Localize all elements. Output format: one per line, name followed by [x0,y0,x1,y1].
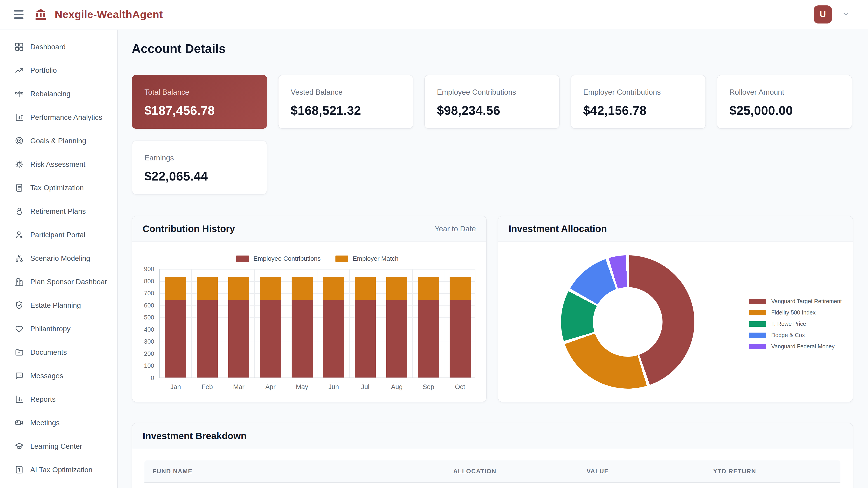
avatar[interactable]: U [814,5,832,24]
x-axis-label: Feb [191,383,223,391]
legend-swatch [236,256,249,262]
investment-allocation-panel: Investment Allocation Vanguard Target Re… [498,216,853,402]
charts-row: Contribution History Year to Date Employ… [132,216,853,402]
sidebar-item-meetings[interactable]: Meetings [0,411,117,434]
x-axis-label: May [286,383,318,391]
sidebar-item-label: AI Tax Optimization [30,466,92,474]
sidebar-item-label: Meetings [30,419,60,427]
heart-icon [14,324,24,333]
sidebar-item-goals-planning[interactable]: Goals & Planning [0,129,117,153]
x-axis-label: Jul [349,383,381,391]
sidebar-item-tax-optimization[interactable]: Tax Optimization [0,176,117,199]
legend-item-t-rowe-price: T. Rowe Price [749,321,842,327]
bar-segment-employer-match [228,277,249,300]
stat-label: Employer Contributions [583,88,693,96]
sidebar-item-estate-planning[interactable]: Estate Planning [0,293,117,317]
network-icon [14,254,24,263]
sidebar-item-rebalancing[interactable]: Rebalancing [0,82,117,105]
target-icon [14,136,24,145]
sidebar-item-label: Portfolio [30,66,57,74]
trending-up-icon [14,66,24,75]
sidebar-item-reports[interactable]: Reports [0,387,117,411]
sidebar-item-label: Scenario Modeling [30,254,90,263]
gridline [475,269,476,378]
y-axis-tick: 100 [132,362,154,369]
header-right: U [814,5,868,24]
sidebar-item-retirement-plans[interactable]: Retirement Plans [0,199,117,223]
sidebar-item-label: Estate Planning [30,301,81,310]
legend-swatch [336,256,348,262]
sidebar-item-label: Rebalancing [30,90,70,98]
sidebar-item-label: Tax Optimization [30,184,84,192]
legend-label: Employee Contributions [253,255,320,262]
page-title: Account Details [132,41,853,56]
folder-icon [14,348,24,357]
sidebar-item-documents[interactable]: Documents [0,340,117,364]
sidebar-item-philanthropy[interactable]: Philanthropy [0,317,117,340]
table-row [145,483,840,488]
gridline [381,269,381,378]
legend-label: Vanguard Federal Money [771,343,835,350]
stat-value: $42,156.78 [583,103,693,118]
sidebar-item-label: Dashboard [30,43,66,51]
legend-swatch [749,332,766,338]
y-axis-tick: 300 [132,338,154,345]
sidebar-item-label: Philanthropy [30,325,70,333]
top-header: Nexgile-WealthAgent U [0,0,868,29]
y-axis-tick: 400 [132,326,154,333]
gridline [349,269,350,378]
y-axis-tick: 700 [132,290,154,297]
stat-label: Total Balance [145,88,254,96]
x-axis-label: Oct [444,383,476,391]
sidebar-item-learning-center[interactable]: Learning Center [0,434,117,458]
pawn-icon [14,206,24,216]
bar-chart-2-icon [14,394,24,404]
stat-value: $25,000.00 [730,103,839,118]
menu-icon[interactable] [14,10,24,19]
legend-label: Vanguard Target Retirement [771,298,842,304]
y-axis-tick: 600 [132,302,154,309]
legend-label: Fidelity 500 Index [771,309,815,316]
investment-allocation-header: Investment Allocation [498,216,852,242]
bar-segment-employee-contributions [228,300,249,378]
table-header: FUND NAMEALLOCATIONVALUEYTD RETURN [145,460,840,483]
legend-item-vanguard-target-retirement: Vanguard Target Retirement [749,298,842,304]
sidebar: DashboardPortfolioRebalancingPerformance… [0,30,118,488]
contribution-history-chart: Employee ContributionsEmployer Match 010… [132,242,486,402]
x-axis-label: Jun [318,383,349,391]
stat-card-earnings: Earnings$22,065.44 [132,140,267,195]
building-icon [14,277,24,287]
sidebar-item-label: Participant Portal [30,231,86,239]
stat-label: Vested Balance [291,88,401,96]
bank-logo-icon [34,8,48,21]
investment-allocation-chart: Vanguard Target RetirementFidelity 500 I… [498,242,852,402]
sidebar-item-messages[interactable]: Messages [0,364,117,387]
bar-segment-employer-match [291,277,313,300]
bar-chart-icon [14,112,24,122]
sidebar-item-label: Risk Assessment [30,160,86,168]
contribution-history-title: Contribution History [143,223,235,234]
sidebar-item-risk-assessment[interactable]: Risk Assessment [0,153,117,176]
chevron-down-icon[interactable] [842,10,850,19]
sidebar-item-label: Messages [30,372,63,380]
sidebar-item-portfolio[interactable]: Portfolio [0,59,117,82]
legend-item-vanguard-federal-money: Vanguard Federal Money [749,343,842,350]
y-axis-tick: 200 [132,350,154,357]
sidebar-item-plan-sponsor-dashboar[interactable]: Plan Sponsor Dashboar [0,270,117,293]
legend-label: Employer Match [352,255,398,262]
sidebar-item-participant-portal[interactable]: Participant Portal [0,223,117,247]
y-axis-tick: 900 [132,266,154,273]
sidebar-item-dashboard[interactable]: Dashboard [0,35,117,59]
sidebar-item-label: Performance Analytics [30,113,102,122]
sidebar-item-performance-analytics[interactable]: Performance Analytics [0,105,117,129]
sidebar-item-ai-tax-optimization[interactable]: AI Tax Optimization [0,458,117,482]
bar-chart-plot: 0100200300400500600700800900JanFebMarApr… [159,269,475,378]
column-header-ytd-return: YTD RETURN [713,468,840,475]
stat-card-employer-contributions: Employer Contributions$42,156.78 [570,75,706,129]
message-icon [14,371,24,381]
gridline [191,269,192,378]
bar-segment-employer-match [386,277,407,300]
sidebar-item-scenario-modeling[interactable]: Scenario Modeling [0,247,117,270]
column-header-fund-name: FUND NAME [145,468,453,475]
stat-value: $187,456.78 [145,103,254,118]
